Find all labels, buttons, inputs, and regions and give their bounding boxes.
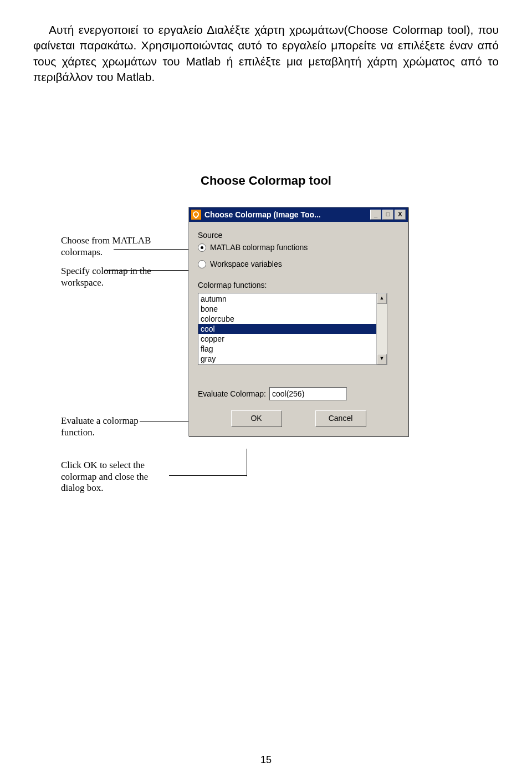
figure: Choose from MATLAB colormaps. Specify co… <box>61 210 471 543</box>
radio-label: MATLAB colormap functions <box>210 243 308 252</box>
list-item[interactable]: gray <box>198 354 387 364</box>
list-item[interactable]: bone <box>198 304 387 314</box>
evaluate-input[interactable] <box>269 387 347 400</box>
scrollbar[interactable]: ▲ ▼ <box>376 293 387 364</box>
annotation-choose-matlab: Choose from MATLAB colormaps. <box>61 235 161 258</box>
annotation-specify-workspace: Specify colormap in the workspace. <box>61 266 161 288</box>
radio-empty-icon <box>198 260 206 268</box>
paragraph-text: Αυτή ενεργοποιεί το εργαλείο Διαλέξτε χά… <box>33 23 499 83</box>
page-number: 15 <box>0 754 532 766</box>
list-item[interactable]: copper <box>198 334 387 344</box>
radio-matlab-functions[interactable]: MATLAB colormap functions <box>198 243 399 252</box>
annotation-evaluate: Evaluate a colormap function. <box>61 415 161 438</box>
colormap-functions-label: Colormap functions: <box>198 281 399 290</box>
list-item[interactable]: autumn <box>198 294 387 304</box>
dialog-titlebar[interactable]: Choose Colormap (Image Too... _ □ X <box>189 207 408 222</box>
dialog-title: Choose Colormap (Image Too... <box>204 210 321 219</box>
window-minimize-button[interactable]: _ <box>370 210 381 220</box>
choose-colormap-dialog: Choose Colormap (Image Too... _ □ X Sour… <box>188 207 408 436</box>
paragraph: Αυτή ενεργοποιεί το εργαλείο Διαλέξτε χά… <box>33 22 499 85</box>
ok-button[interactable]: OK <box>231 410 282 427</box>
radio-label: Workspace variables <box>210 260 282 268</box>
radio-workspace-variables[interactable]: Workspace variables <box>198 260 399 268</box>
matlab-logo-icon <box>191 210 201 220</box>
radio-dot-icon <box>198 243 206 252</box>
window-close-button[interactable]: X <box>395 210 406 220</box>
annotation-line <box>105 270 202 271</box>
evaluate-label: Evaluate Colormap: <box>198 389 266 398</box>
window-maximize-button[interactable]: □ <box>382 210 393 220</box>
scroll-up-icon[interactable]: ▲ <box>377 293 387 304</box>
scroll-down-icon[interactable]: ▼ <box>377 354 387 364</box>
colormap-listbox[interactable]: autumn bone colorcube cool copper flag g… <box>198 293 387 365</box>
list-item-selected[interactable]: cool <box>198 324 387 334</box>
annotation-line <box>169 475 247 476</box>
section-title: Choose Colormap tool <box>33 174 499 188</box>
annotation-line <box>247 449 247 476</box>
annotation-click-ok: Click OK to select the colormap and clos… <box>61 460 169 494</box>
list-item[interactable]: flag <box>198 344 387 354</box>
source-label: Source <box>198 231 399 240</box>
list-item[interactable]: colorcube <box>198 314 387 324</box>
cancel-button[interactable]: Cancel <box>315 410 366 427</box>
